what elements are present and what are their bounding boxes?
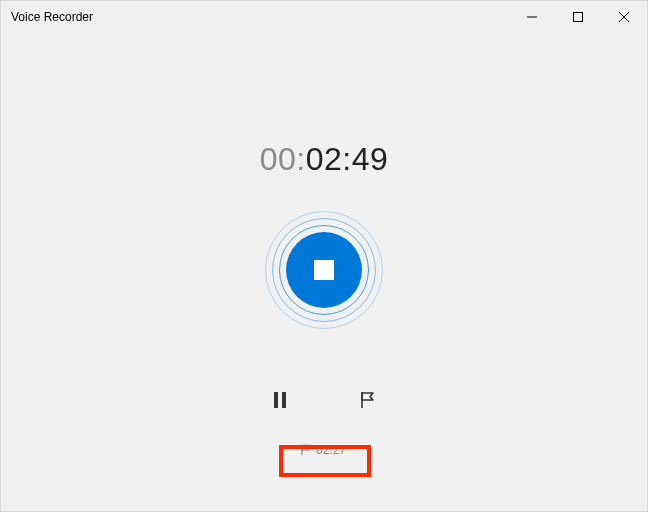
- pause-icon: [272, 391, 288, 409]
- marker-indicator[interactable]: 02:27: [296, 440, 352, 459]
- svg-rect-4: [274, 392, 278, 408]
- svg-rect-5: [282, 392, 286, 408]
- window-controls: [509, 1, 647, 33]
- stop-recording-button[interactable]: [286, 232, 362, 308]
- minimize-icon: [527, 12, 537, 22]
- flag-icon: [300, 444, 312, 456]
- maximize-button[interactable]: [555, 1, 601, 33]
- window-title: Voice Recorder: [11, 10, 93, 24]
- recording-timer: 00:02:49: [260, 141, 389, 178]
- main-content: 00:02:49 02:27: [1, 33, 647, 511]
- marker-time: 02:27: [316, 443, 346, 457]
- close-button[interactable]: [601, 1, 647, 33]
- titlebar: Voice Recorder: [1, 1, 647, 33]
- add-marker-button[interactable]: [356, 388, 380, 412]
- flag-icon: [359, 391, 377, 409]
- svg-rect-1: [574, 13, 583, 22]
- action-row: [268, 388, 380, 412]
- timer-rest: 02:49: [306, 141, 389, 177]
- minimize-button[interactable]: [509, 1, 555, 33]
- stop-area: [264, 210, 384, 330]
- maximize-icon: [573, 12, 583, 22]
- close-icon: [619, 12, 629, 22]
- pause-button[interactable]: [268, 388, 292, 412]
- stop-icon: [314, 260, 334, 280]
- timer-hours: 00:: [260, 141, 306, 177]
